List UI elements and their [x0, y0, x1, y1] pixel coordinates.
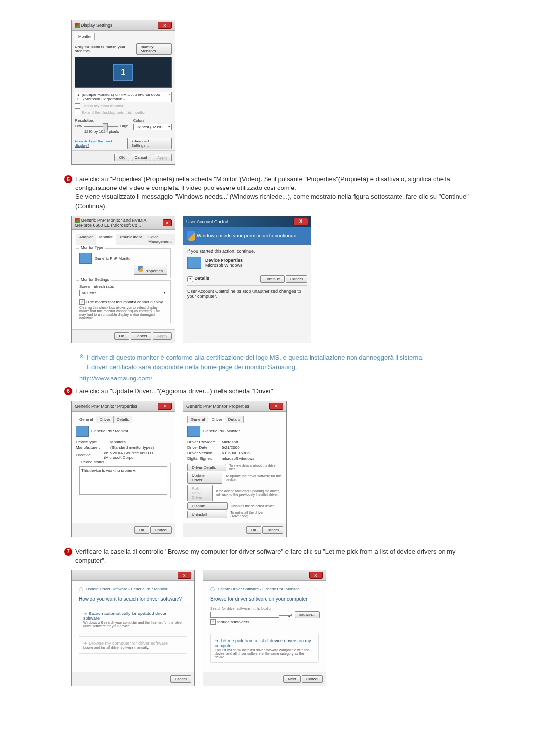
rollback-driver-button: Roll Back Driver	[187, 485, 213, 501]
update-driver-desc: To update the driver software for this d…	[225, 474, 282, 481]
cancel-button[interactable]: Cancel	[131, 154, 152, 161]
date-label: Driver Date:	[187, 445, 222, 450]
resolution-label: Resolution:	[75, 118, 94, 123]
close-icon[interactable]: X	[269, 403, 283, 410]
disable-button[interactable]: Disable	[187, 502, 228, 510]
step-5-text: Fare clic su "Properties"(Proprietà) nel…	[75, 175, 470, 211]
signer-value: microsoft windows	[222, 456, 254, 461]
ok-button[interactable]: OK	[246, 526, 261, 534]
window-icon	[75, 218, 80, 223]
driver-details-button[interactable]: Driver Details	[187, 464, 226, 471]
cancel-button[interactable]: Cancel	[262, 526, 283, 534]
ok-button[interactable]: OK	[134, 526, 149, 534]
hide-modes-desc: Clearing this check box allows you to se…	[79, 306, 167, 320]
drag-instruction: Drag the icons to match your monitors.	[75, 45, 136, 53]
apply-button: Apply	[153, 154, 172, 161]
uninstall-desc: To uninstall the driver (Advanced).	[230, 511, 282, 518]
main-monitor-checkbox	[75, 103, 80, 109]
device-name: Generic PnP Monitor	[91, 429, 128, 433]
cancel-button[interactable]: Cancel	[150, 526, 172, 534]
shield-icon	[138, 266, 143, 272]
title-text: Generic PnP Monitor Properties	[75, 404, 137, 409]
resolution-value: 1280 by 1024 pixels	[84, 129, 119, 134]
monitor-type-group: Monitor Type	[79, 245, 105, 250]
shield-icon	[187, 231, 195, 241]
close-icon[interactable]: X	[158, 403, 172, 410]
chevron-down-icon[interactable]: ▾	[187, 276, 193, 282]
uac-message: Windows needs your permission to contion…	[197, 233, 298, 238]
browse-computer-option[interactable]: ➜Browse my computer for driver software …	[79, 636, 187, 654]
wizard1-titlebar: X	[72, 570, 194, 581]
status-textarea: This device is working properly.	[79, 466, 167, 495]
colors-select[interactable]: Highest (32 bit)	[134, 124, 172, 130]
refresh-rate-select[interactable]: 60 Hertz	[79, 290, 167, 296]
device-status-group: Device status	[79, 460, 106, 464]
monitor-icon	[187, 426, 200, 437]
tab-details[interactable]: Details	[225, 416, 244, 423]
include-subfolders-checkbox[interactable]: ✓	[210, 619, 216, 625]
browse-button[interactable]: Browse...	[295, 611, 320, 618]
close-icon[interactable]: X	[178, 572, 191, 579]
close-icon[interactable]: X	[158, 22, 172, 29]
monitor-select[interactable]: 1. (Multiple Monitors) on NVIDIA GeForce…	[75, 92, 172, 102]
date-value: 6/21/2006	[222, 445, 240, 450]
opt2-desc: Locate and install driver software manua…	[83, 646, 183, 649]
ok-button[interactable]: OK	[114, 154, 129, 161]
monitor-settings-group: Monitor Settings	[79, 277, 111, 282]
display-settings-titlebar: Display Settings X	[72, 20, 175, 31]
close-icon[interactable]: X	[293, 218, 308, 226]
monitor-1-icon[interactable]: 1	[113, 64, 133, 81]
tab-adapter[interactable]: Adapter	[76, 234, 96, 245]
monitor-type-value: Generic PnP Monitor	[95, 256, 132, 261]
tab-driver[interactable]: Driver	[96, 416, 113, 423]
tab-details[interactable]: Details	[113, 416, 132, 423]
tab-color[interactable]: Color Management	[145, 234, 175, 245]
monitor-props-titlebar: Generic PnP Monitor and NVIDIA GeForce 6…	[72, 216, 175, 230]
tab-monitor[interactable]: Monitor	[96, 234, 116, 245]
apply-button: Apply	[153, 332, 172, 340]
location-dropdown[interactable]	[279, 614, 292, 616]
details-toggle[interactable]: Details	[195, 276, 210, 281]
update-driver-button[interactable]: Update Driver...	[187, 472, 222, 484]
monitor-preview[interactable]: 1	[75, 57, 172, 88]
colors-label: Colors:	[134, 118, 146, 123]
monitor-icon	[76, 426, 89, 437]
close-icon[interactable]: X	[163, 219, 172, 226]
arrow-icon: ➜	[215, 638, 219, 643]
back-icon[interactable]: ◯	[210, 587, 215, 591]
refresh-label: Screen refresh rate:	[79, 284, 114, 289]
props-driver-titlebar: Generic PnP Monitor Properties X	[183, 401, 286, 412]
location-input[interactable]	[210, 612, 279, 618]
samsung-link[interactable]: http://www.samsung.com/	[79, 375, 470, 382]
slider-low: Low	[75, 124, 82, 128]
hide-modes-label: Hide modes that this monitor cannot disp…	[86, 300, 163, 304]
cancel-button[interactable]: Cancel	[286, 275, 307, 283]
continue-button[interactable]: Continue	[260, 275, 285, 283]
cancel-button[interactable]: Cancel	[302, 675, 323, 683]
cancel-button[interactable]: Cancel	[170, 675, 191, 683]
wizard1-breadcrumb: Update Driver Software - Generic PnP Mon…	[86, 587, 167, 591]
cancel-button[interactable]: Cancel	[131, 332, 152, 340]
wizard2-heading: Browse for driver software on your compu…	[210, 596, 319, 602]
hide-modes-checkbox[interactable]: ✓	[79, 299, 85, 305]
identify-monitors-button[interactable]: Identify Monitors	[136, 43, 172, 55]
close-icon[interactable]: X	[309, 572, 323, 579]
tab-monitor[interactable]: Monitor	[75, 33, 95, 40]
best-display-link[interactable]: How do I get the best display?	[75, 139, 127, 148]
tab-driver[interactable]: Driver	[208, 416, 225, 423]
properties-button[interactable]: Properties	[134, 265, 167, 275]
resolution-slider[interactable]	[84, 126, 118, 127]
search-auto-option[interactable]: ➜Search automatically for updated driver…	[79, 607, 187, 632]
uac-dialog: User Account Control X Windows needs you…	[183, 216, 312, 344]
tab-troubleshoot[interactable]: Troubleshoot	[116, 234, 145, 245]
ok-button[interactable]: OK	[114, 332, 129, 340]
tab-general[interactable]: General	[76, 416, 96, 423]
uac-publisher: Microsoft Windows	[205, 263, 243, 268]
uninstall-button[interactable]: Uninstall	[187, 511, 227, 518]
next-button[interactable]: Next	[283, 675, 300, 683]
step-6-badge: 6	[64, 387, 72, 395]
advanced-settings-button[interactable]: Advanced Settings...	[127, 138, 172, 149]
step-6-text: Fare clic su "Update Driver..."(Aggiorna…	[75, 387, 470, 396]
tab-general[interactable]: General	[187, 416, 208, 423]
pick-from-list-option[interactable]: ➜Let me pick from a list of device drive…	[210, 634, 319, 663]
